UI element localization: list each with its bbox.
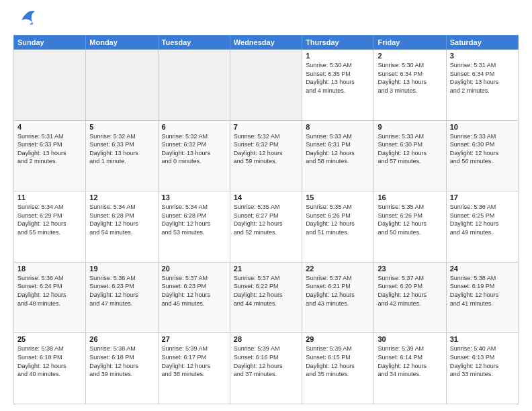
- day-number: 3: [450, 52, 515, 60]
- day-number: 7: [234, 123, 298, 131]
- calendar-body: 1Sunrise: 5:30 AM Sunset: 6:35 PM Daylig…: [14, 50, 519, 404]
- calendar-cell: 28Sunrise: 5:39 AM Sunset: 6:16 PM Dayli…: [230, 333, 302, 404]
- weekday-header-friday: Friday: [374, 36, 446, 50]
- calendar-cell: 15Sunrise: 5:35 AM Sunset: 6:26 PM Dayli…: [302, 191, 374, 263]
- weekday-header-tuesday: Tuesday: [158, 36, 230, 50]
- calendar-cell: 23Sunrise: 5:37 AM Sunset: 6:20 PM Dayli…: [374, 262, 446, 333]
- calendar-cell: 14Sunrise: 5:35 AM Sunset: 6:27 PM Dayli…: [230, 191, 302, 263]
- weekday-header-thursday: Thursday: [302, 36, 374, 50]
- day-info: Sunrise: 5:31 AM Sunset: 6:34 PM Dayligh…: [450, 61, 515, 95]
- day-number: 20: [162, 265, 226, 273]
- day-number: 17: [450, 193, 515, 201]
- calendar-cell: 10Sunrise: 5:33 AM Sunset: 6:30 PM Dayli…: [446, 120, 518, 191]
- calendar-cell: 26Sunrise: 5:38 AM Sunset: 6:18 PM Dayli…: [86, 333, 158, 404]
- calendar-cell: 13Sunrise: 5:34 AM Sunset: 6:28 PM Dayli…: [158, 191, 230, 263]
- logo: [13, 12, 38, 28]
- calendar-cell: 7Sunrise: 5:32 AM Sunset: 6:32 PM Daylig…: [230, 120, 302, 191]
- day-info: Sunrise: 5:37 AM Sunset: 6:21 PM Dayligh…: [306, 274, 370, 308]
- calendar-cell: 31Sunrise: 5:40 AM Sunset: 6:13 PM Dayli…: [446, 333, 518, 404]
- day-info: Sunrise: 5:36 AM Sunset: 6:23 PM Dayligh…: [89, 274, 154, 308]
- calendar-cell: [14, 50, 86, 121]
- calendar-cell: 1Sunrise: 5:30 AM Sunset: 6:35 PM Daylig…: [302, 50, 374, 121]
- calendar-week-row: 25Sunrise: 5:38 AM Sunset: 6:18 PM Dayli…: [14, 333, 519, 404]
- calendar-cell: 22Sunrise: 5:37 AM Sunset: 6:21 PM Dayli…: [302, 262, 374, 333]
- day-info: Sunrise: 5:34 AM Sunset: 6:29 PM Dayligh…: [17, 203, 82, 236]
- day-number: 26: [89, 335, 154, 343]
- calendar-cell: 4Sunrise: 5:31 AM Sunset: 6:33 PM Daylig…: [14, 120, 86, 191]
- day-info: Sunrise: 5:37 AM Sunset: 6:22 PM Dayligh…: [234, 274, 298, 308]
- day-info: Sunrise: 5:39 AM Sunset: 6:14 PM Dayligh…: [378, 345, 442, 378]
- day-info: Sunrise: 5:31 AM Sunset: 6:33 PM Dayligh…: [17, 132, 82, 166]
- calendar-week-row: 1Sunrise: 5:30 AM Sunset: 6:35 PM Daylig…: [14, 50, 519, 121]
- day-info: Sunrise: 5:34 AM Sunset: 6:28 PM Dayligh…: [162, 203, 226, 236]
- day-info: Sunrise: 5:39 AM Sunset: 6:15 PM Dayligh…: [306, 345, 370, 378]
- header: [13, 12, 519, 28]
- calendar-week-row: 4Sunrise: 5:31 AM Sunset: 6:33 PM Daylig…: [14, 120, 519, 191]
- calendar-header: SundayMondayTuesdayWednesdayThursdayFrid…: [14, 36, 519, 50]
- calendar-cell: 27Sunrise: 5:39 AM Sunset: 6:17 PM Dayli…: [158, 333, 230, 404]
- logo-container: [13, 12, 38, 28]
- day-number: 21: [234, 265, 298, 273]
- day-info: Sunrise: 5:32 AM Sunset: 6:32 PM Dayligh…: [234, 132, 298, 166]
- calendar-cell: 25Sunrise: 5:38 AM Sunset: 6:18 PM Dayli…: [14, 333, 86, 404]
- day-number: 31: [450, 335, 515, 343]
- calendar-cell: 8Sunrise: 5:33 AM Sunset: 6:31 PM Daylig…: [302, 120, 374, 191]
- calendar-cell: 3Sunrise: 5:31 AM Sunset: 6:34 PM Daylig…: [446, 50, 518, 121]
- day-number: 2: [378, 52, 442, 60]
- day-number: 13: [162, 193, 226, 201]
- day-info: Sunrise: 5:36 AM Sunset: 6:24 PM Dayligh…: [17, 274, 82, 308]
- calendar-table: SundayMondayTuesdayWednesdayThursdayFrid…: [13, 35, 519, 404]
- day-number: 19: [89, 265, 154, 273]
- day-number: 24: [450, 265, 515, 273]
- day-number: 1: [306, 52, 370, 60]
- day-number: 14: [234, 193, 298, 201]
- day-number: 10: [450, 123, 515, 131]
- calendar-week-row: 18Sunrise: 5:36 AM Sunset: 6:24 PM Dayli…: [14, 262, 519, 333]
- day-info: Sunrise: 5:35 AM Sunset: 6:26 PM Dayligh…: [306, 203, 370, 236]
- calendar-cell: 20Sunrise: 5:37 AM Sunset: 6:23 PM Dayli…: [158, 262, 230, 333]
- day-info: Sunrise: 5:30 AM Sunset: 6:35 PM Dayligh…: [306, 61, 370, 95]
- weekday-header-saturday: Saturday: [446, 36, 518, 50]
- calendar-cell: 17Sunrise: 5:36 AM Sunset: 6:25 PM Dayli…: [446, 191, 518, 263]
- calendar-cell: 21Sunrise: 5:37 AM Sunset: 6:22 PM Dayli…: [230, 262, 302, 333]
- page: SundayMondayTuesdayWednesdayThursdayFrid…: [0, 0, 532, 411]
- calendar-cell: 18Sunrise: 5:36 AM Sunset: 6:24 PM Dayli…: [14, 262, 86, 333]
- calendar-cell: 12Sunrise: 5:34 AM Sunset: 6:28 PM Dayli…: [86, 191, 158, 263]
- day-info: Sunrise: 5:36 AM Sunset: 6:25 PM Dayligh…: [450, 203, 515, 236]
- day-number: 4: [17, 123, 82, 131]
- day-number: 22: [306, 265, 370, 273]
- day-info: Sunrise: 5:37 AM Sunset: 6:20 PM Dayligh…: [378, 274, 442, 308]
- calendar-cell: 29Sunrise: 5:39 AM Sunset: 6:15 PM Dayli…: [302, 333, 374, 404]
- day-info: Sunrise: 5:33 AM Sunset: 6:31 PM Dayligh…: [306, 132, 370, 166]
- day-info: Sunrise: 5:33 AM Sunset: 6:30 PM Dayligh…: [378, 132, 442, 166]
- weekday-row: SundayMondayTuesdayWednesdayThursdayFrid…: [14, 36, 519, 50]
- day-info: Sunrise: 5:38 AM Sunset: 6:18 PM Dayligh…: [89, 345, 154, 378]
- calendar-cell: [230, 50, 302, 121]
- day-number: 15: [306, 193, 370, 201]
- calendar-cell: 2Sunrise: 5:30 AM Sunset: 6:34 PM Daylig…: [374, 50, 446, 121]
- day-info: Sunrise: 5:37 AM Sunset: 6:23 PM Dayligh…: [162, 274, 226, 308]
- logo-icon: [16, 7, 38, 28]
- day-info: Sunrise: 5:32 AM Sunset: 6:33 PM Dayligh…: [89, 132, 154, 166]
- day-number: 23: [378, 265, 442, 273]
- day-info: Sunrise: 5:30 AM Sunset: 6:34 PM Dayligh…: [378, 61, 442, 95]
- day-number: 28: [234, 335, 298, 343]
- day-number: 11: [17, 193, 82, 201]
- calendar-cell: 6Sunrise: 5:32 AM Sunset: 6:32 PM Daylig…: [158, 120, 230, 191]
- calendar-cell: 24Sunrise: 5:38 AM Sunset: 6:19 PM Dayli…: [446, 262, 518, 333]
- day-number: 29: [306, 335, 370, 343]
- day-number: 6: [162, 123, 226, 131]
- day-number: 27: [162, 335, 226, 343]
- day-number: 18: [17, 265, 82, 273]
- day-info: Sunrise: 5:35 AM Sunset: 6:27 PM Dayligh…: [234, 203, 298, 236]
- calendar-cell: 5Sunrise: 5:32 AM Sunset: 6:33 PM Daylig…: [86, 120, 158, 191]
- day-number: 5: [89, 123, 154, 131]
- weekday-header-sunday: Sunday: [14, 36, 86, 50]
- day-info: Sunrise: 5:38 AM Sunset: 6:18 PM Dayligh…: [17, 345, 82, 378]
- day-info: Sunrise: 5:39 AM Sunset: 6:16 PM Dayligh…: [234, 345, 298, 378]
- day-info: Sunrise: 5:35 AM Sunset: 6:26 PM Dayligh…: [378, 203, 442, 236]
- calendar-cell: 16Sunrise: 5:35 AM Sunset: 6:26 PM Dayli…: [374, 191, 446, 263]
- day-number: 12: [89, 193, 154, 201]
- day-info: Sunrise: 5:32 AM Sunset: 6:32 PM Dayligh…: [162, 132, 226, 166]
- day-number: 30: [378, 335, 442, 343]
